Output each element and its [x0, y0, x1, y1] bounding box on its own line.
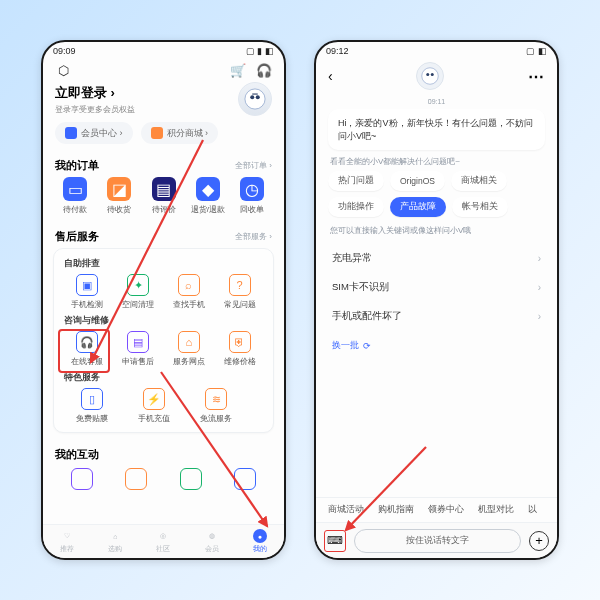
- topic-shortcuts: 商城活动 购机指南 领券中心 机型对比 以: [316, 497, 557, 522]
- status-bar: 09:09 ▢ ▮ ◧: [43, 42, 284, 60]
- chevron-right-icon: ›: [538, 311, 541, 322]
- wallet-icon: ▭: [63, 177, 87, 201]
- consult-online-service[interactable]: 🎧在线客服: [63, 331, 111, 367]
- self-check-find[interactable]: ⌕查找手机: [165, 274, 213, 310]
- category-hint: 看看全能的小V都能解决什么问题吧~: [316, 156, 557, 171]
- status-indicators-2: ▢ ◧: [526, 46, 547, 56]
- chip-mall[interactable]: 商城相关: [451, 171, 507, 191]
- chip-hot[interactable]: 热门问题: [328, 171, 384, 191]
- special-dataflow[interactable]: ≋免流服务: [192, 388, 240, 424]
- tab-shop[interactable]: ⌂选购: [108, 529, 122, 554]
- svg-point-6: [422, 68, 439, 85]
- orders-item-receive[interactable]: ◪待收货: [99, 177, 139, 215]
- status-time-2: 09:12: [326, 46, 349, 56]
- phone-left: 09:09 ▢ ▮ ◧ ⬡ 🛒 🎧 立即登录 › 登录享受更多会员权益 会员中心…: [41, 40, 286, 560]
- keyword-hint: 您可以直接输入关键词或像这样问小V哦: [316, 225, 557, 240]
- headset-icon[interactable]: 🎧: [256, 62, 272, 78]
- chip-originos[interactable]: OriginOS: [390, 171, 445, 191]
- self-check-title: 自助排查: [64, 257, 265, 270]
- topic-more[interactable]: 以: [528, 504, 537, 516]
- orders-more[interactable]: 全部订单 ›: [235, 160, 272, 171]
- tab-bar: ♡推荐 ⌂选购 ◎社区 ◍会员 ●我的: [43, 524, 284, 558]
- plus-icon: +: [535, 533, 543, 548]
- data-icon: ≋: [205, 388, 227, 410]
- voice-input-button[interactable]: 按住说话转文字: [354, 529, 521, 553]
- more-menu[interactable]: ⋯: [528, 67, 545, 86]
- pill-points-label: 积分商城 ›: [167, 127, 209, 140]
- category-chips: 热门问题 OriginOS 商城相关 功能操作 产品故障 帐号相关: [316, 171, 557, 221]
- tab-mine[interactable]: ●我的: [253, 529, 267, 554]
- status-time: 09:09: [53, 46, 76, 56]
- avatar[interactable]: [238, 82, 272, 116]
- status-indicators: ▢ ▮ ◧: [246, 46, 274, 56]
- refresh-batch[interactable]: 换一批 ⟳: [316, 335, 557, 362]
- orders-item-pay[interactable]: ▭待付款: [55, 177, 95, 215]
- orders-item-refund[interactable]: ◆退货/退款: [188, 177, 228, 215]
- interact-item-4[interactable]: [234, 468, 256, 490]
- tab-member[interactable]: ◍会员: [205, 529, 219, 554]
- self-check-detect[interactable]: ▣手机检测: [63, 274, 111, 310]
- special-film[interactable]: ▯免费贴膜: [68, 388, 116, 424]
- recycle-icon: ◷: [240, 177, 264, 201]
- chat-timestamp: 09:11: [316, 98, 557, 105]
- topic-coupon[interactable]: 领券中心: [428, 504, 464, 516]
- qa-broken[interactable]: 手机或配件坏了›: [328, 302, 545, 331]
- svg-point-2: [256, 95, 260, 99]
- tab-recommend[interactable]: ♡推荐: [60, 529, 74, 554]
- interact-title: 我的互动: [55, 447, 99, 462]
- pill-member-center[interactable]: 会员中心 ›: [55, 122, 133, 144]
- consult-price[interactable]: ⛨维修价格: [216, 331, 264, 367]
- chat-icon: ▤: [152, 177, 176, 201]
- diamond-icon: [65, 127, 77, 139]
- settings-hex-icon[interactable]: ⬡: [55, 62, 71, 78]
- status-bar-2: 09:12 ▢ ◧: [316, 42, 557, 60]
- interact-row: [43, 466, 284, 494]
- tab-community[interactable]: ◎社区: [156, 529, 170, 554]
- topic-guide[interactable]: 购机指南: [378, 504, 414, 516]
- broom-icon: ✦: [127, 274, 149, 296]
- chip-function[interactable]: 功能操作: [328, 197, 384, 217]
- coin-icon: [151, 127, 163, 139]
- aftersale-card: 自助排查 ▣手机检测 ✦空间清理 ⌕查找手机 ?常见问题 咨询与维修 🎧在线客服…: [53, 248, 274, 433]
- special-title: 特色服务: [64, 371, 265, 384]
- chip-account[interactable]: 帐号相关: [452, 197, 508, 217]
- keyboard-icon: ⌨: [327, 534, 343, 547]
- plus-button[interactable]: +: [529, 531, 549, 551]
- orders-grid: ▭待付款 ◪待收货 ▤待评价 ◆退货/退款 ◷回收单: [43, 177, 284, 223]
- consult-stores[interactable]: ⌂服务网点: [165, 331, 213, 367]
- back-button[interactable]: ‹: [328, 68, 333, 84]
- headset-support-icon: 🎧: [76, 331, 98, 353]
- topic-compare[interactable]: 机型对比: [478, 504, 514, 516]
- interact-item-1[interactable]: [71, 468, 93, 490]
- qa-charging[interactable]: 充电异常›: [328, 244, 545, 273]
- chevron-right-icon: ›: [538, 282, 541, 293]
- form-icon: ▤: [127, 331, 149, 353]
- question-icon: ?: [229, 274, 251, 296]
- orders-title: 我的订单: [55, 158, 99, 173]
- orders-item-review[interactable]: ▤待评价: [144, 177, 184, 215]
- chip-fault[interactable]: 产品故障: [390, 197, 446, 217]
- pill-points-mall[interactable]: 积分商城 ›: [141, 122, 219, 144]
- consult-title: 咨询与维修: [64, 314, 265, 327]
- topic-activity[interactable]: 商城活动: [328, 504, 364, 516]
- login-subtitle: 登录享受更多会员权益: [55, 104, 135, 115]
- consult-apply[interactable]: ▤申请售后: [114, 331, 162, 367]
- interact-item-2[interactable]: [125, 468, 147, 490]
- aftersale-more[interactable]: 全部服务 ›: [235, 231, 272, 242]
- interact-item-3[interactable]: [180, 468, 202, 490]
- svg-point-8: [431, 73, 434, 76]
- self-check-faq[interactable]: ?常见问题: [216, 274, 264, 310]
- chevron-right-icon: ›: [538, 253, 541, 264]
- search-phone-icon: ⌕: [178, 274, 200, 296]
- keyboard-toggle-button[interactable]: ⌨: [324, 530, 346, 552]
- voice-placeholder: 按住说话转文字: [406, 534, 469, 547]
- film-icon: ▯: [81, 388, 103, 410]
- cart-icon[interactable]: 🛒: [230, 62, 246, 78]
- special-recharge[interactable]: ⚡手机充值: [130, 388, 178, 424]
- login-title[interactable]: 立即登录 ›: [55, 84, 135, 102]
- qa-sim[interactable]: SIM卡不识别›: [328, 273, 545, 302]
- self-check-clean[interactable]: ✦空间清理: [114, 274, 162, 310]
- phone-right: 09:12 ▢ ◧ ‹ ⋯ 09:11 Hi，亲爱的V粉，新年快乐！有什么问题，…: [314, 40, 559, 560]
- bot-avatar: [416, 62, 444, 90]
- orders-item-recycle[interactable]: ◷回收单: [232, 177, 272, 215]
